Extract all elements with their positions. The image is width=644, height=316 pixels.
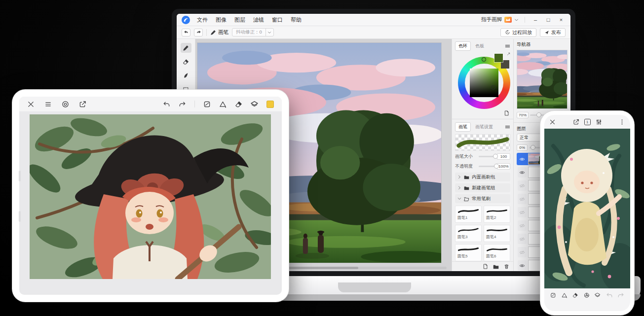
shape-tool-icon[interactable] <box>562 292 568 299</box>
minimize-button[interactable]: – <box>531 17 540 23</box>
saturation-value-square[interactable] <box>470 69 498 97</box>
menu-help[interactable]: 帮助 <box>291 16 302 24</box>
layers-icon[interactable] <box>251 101 258 108</box>
account-menu[interactable]: 指手画脚 <box>481 16 519 23</box>
process-playback-button[interactable]: 过程回放 <box>500 28 536 37</box>
layer-opacity-value[interactable]: 0% <box>517 144 528 151</box>
brush-item[interactable]: 圆笔4 <box>484 225 510 242</box>
adjustments-icon[interactable] <box>596 119 602 125</box>
foreground-color-swatch[interactable] <box>494 54 503 62</box>
menu-layer[interactable]: 图层 <box>234 16 245 24</box>
brush-item[interactable]: 圆笔3 <box>455 225 482 242</box>
brush-group-builtin[interactable]: 内置画刷包 <box>455 173 510 181</box>
visibility-toggle[interactable] <box>518 234 527 244</box>
zoom-knob[interactable] <box>536 112 541 117</box>
brush-group-new[interactable]: 新建画笔组 <box>455 183 510 192</box>
tab-color-swatches[interactable]: 色板 <box>472 41 488 51</box>
visibility-toggle[interactable] <box>518 167 527 177</box>
menu-filter[interactable]: 滤镜 <box>253 16 264 24</box>
undo-icon[interactable] <box>163 101 170 108</box>
eraser-icon[interactable] <box>235 101 242 108</box>
zoom-value[interactable]: 70% <box>517 112 529 118</box>
layer-opacity-knob[interactable] <box>530 145 535 150</box>
visibility-toggle[interactable] <box>518 180 527 191</box>
vip-badge-icon <box>504 17 512 23</box>
tool-smudge[interactable] <box>181 70 191 80</box>
tab-brush-settings[interactable]: 画笔设置 <box>472 122 496 132</box>
menu-window[interactable]: 窗口 <box>272 16 283 24</box>
chevron-down-icon <box>514 18 519 22</box>
swap-colors-icon[interactable] <box>507 52 510 56</box>
color-swatch[interactable] <box>266 101 274 108</box>
visibility-toggle[interactable] <box>518 154 527 164</box>
new-brush-icon[interactable] <box>483 264 488 269</box>
tool-eraser[interactable] <box>181 57 191 67</box>
more-icon[interactable] <box>619 119 625 125</box>
scrollbar-thumb[interactable] <box>284 267 358 269</box>
eraser-icon[interactable] <box>572 292 578 299</box>
stabilize-chevron[interactable] <box>265 29 273 36</box>
brush-opacity-slider[interactable] <box>479 166 495 167</box>
visibility-toggle[interactable] <box>518 220 527 231</box>
visibility-toggle[interactable] <box>518 260 527 271</box>
brush-item[interactable]: 圆笔1 <box>455 206 482 223</box>
menu-image[interactable]: 图像 <box>216 16 227 24</box>
maximize-button[interactable]: □ <box>544 17 553 23</box>
menu-icon[interactable] <box>44 101 52 108</box>
brush-item[interactable]: 圆笔6 <box>484 244 510 261</box>
brush-item[interactable]: 圆笔2 <box>484 206 510 223</box>
layer-count-icon[interactable]: 1 <box>584 119 591 125</box>
phone-artwork[interactable] <box>544 129 630 288</box>
redo-button[interactable] <box>194 29 203 36</box>
export-icon[interactable] <box>79 101 86 108</box>
shape-tool-icon[interactable] <box>219 101 227 108</box>
new-folder-icon[interactable] <box>493 264 499 270</box>
tab-brush[interactable]: 画笔 <box>455 122 471 132</box>
close-button[interactable]: × <box>557 17 566 23</box>
eye-off-icon <box>519 210 525 215</box>
brush-size-slider[interactable] <box>479 156 495 157</box>
tablet-canvas-area[interactable] <box>19 111 282 295</box>
publish-label: 发布 <box>551 29 561 36</box>
layers-icon[interactable] <box>595 292 601 299</box>
visibility-toggle[interactable] <box>518 194 527 204</box>
export-icon[interactable] <box>573 119 579 125</box>
close-icon[interactable] <box>27 101 35 108</box>
undo-button[interactable] <box>182 29 190 36</box>
palette-icon[interactable] <box>550 292 556 299</box>
preview-icon[interactable] <box>62 101 69 108</box>
replay-icon <box>505 30 510 35</box>
current-tool[interactable]: 画笔 <box>210 29 228 36</box>
visibility-toggle[interactable] <box>518 247 527 257</box>
brush-size-knob[interactable] <box>493 154 498 159</box>
visibility-toggle[interactable] <box>518 207 527 217</box>
panel-menu-icon[interactable] <box>505 43 510 49</box>
trash-icon[interactable] <box>504 264 509 269</box>
brush-size-value[interactable]: 100 <box>497 153 510 160</box>
undo-icon[interactable] <box>606 292 613 299</box>
tablet-artwork[interactable] <box>30 114 271 279</box>
sv-knob[interactable] <box>491 85 495 90</box>
stabilize-dropdown[interactable]: 抖动修正：0 <box>232 28 274 36</box>
brush-opacity-value[interactable]: 100% <box>497 163 510 170</box>
tool-brush[interactable] <box>181 43 191 53</box>
color-wheel[interactable] <box>455 53 510 116</box>
navigator-thumbnail[interactable] <box>517 50 568 109</box>
brush-group-common[interactable]: 常用笔刷 <box>455 194 510 203</box>
hue-knob[interactable] <box>482 57 486 62</box>
account-name: 指手画脚 <box>481 16 502 23</box>
redo-icon[interactable] <box>617 292 624 299</box>
toolbar-divider <box>206 29 207 36</box>
close-icon[interactable] <box>549 119 556 125</box>
palette-icon[interactable] <box>203 101 211 108</box>
brush-icon <box>210 30 216 35</box>
redo-icon[interactable] <box>179 101 186 108</box>
menu-file[interactable]: 文件 <box>197 16 208 24</box>
panel-menu-icon[interactable] <box>505 124 510 130</box>
color-wheel-icon[interactable] <box>584 292 590 299</box>
brush-opacity-knob[interactable] <box>494 164 499 169</box>
new-swatch-icon[interactable] <box>504 110 509 116</box>
brush-item[interactable]: 圆笔5 <box>455 244 482 261</box>
tab-color-wheel[interactable]: 色环 <box>455 41 471 51</box>
publish-button[interactable]: 发布 <box>540 28 566 37</box>
